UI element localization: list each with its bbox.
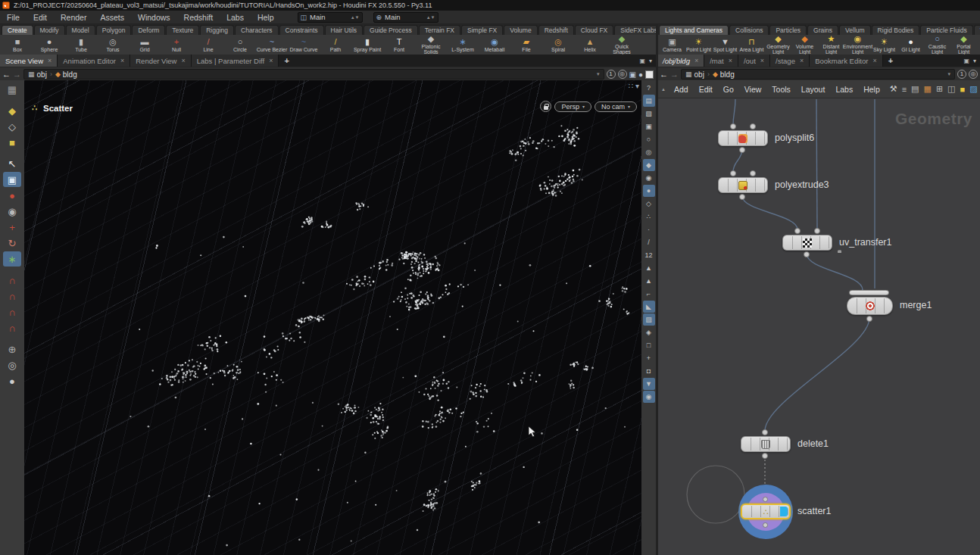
export-view-icon[interactable]: ▧ <box>643 108 655 120</box>
grid-snap-icon[interactable]: ⊞ <box>936 84 943 94</box>
pane-caret-icon[interactable]: ▾ <box>635 82 639 90</box>
shelf-tab-characters[interactable]: Characters <box>235 25 279 35</box>
snapshot-target-icon[interactable]: ◎ <box>618 70 627 79</box>
shelf-tool-path[interactable]: /Path <box>320 38 351 52</box>
shelf-tool-camera[interactable]: ▣Camera <box>659 38 685 52</box>
select-geometry-icon[interactable]: ● <box>3 188 21 203</box>
shelf-tab-particles[interactable]: Particles <box>769 25 807 35</box>
shelf-tool-spiral[interactable]: ◎Spiral <box>542 38 574 52</box>
pane-menu-caret-icon[interactable]: ▾ <box>649 58 652 64</box>
path-segment-obj[interactable]: ▦obj <box>685 70 704 79</box>
network-menu-add[interactable]: Add <box>669 85 694 94</box>
prim-normals-icon[interactable]: ▲ <box>643 262 655 274</box>
pane-windows-icon[interactable]: ◫ <box>947 84 955 94</box>
path-field[interactable]: ▦obj›◆bldg▾ <box>23 69 604 80</box>
close-icon[interactable]: × <box>760 57 764 64</box>
close-icon[interactable]: × <box>729 57 732 64</box>
xray-icon[interactable]: ◇ <box>643 198 655 210</box>
shelf-tab-volume[interactable]: Volume <box>504 25 537 35</box>
node-connector-dot[interactable] <box>763 454 768 459</box>
new-pane-tab-button[interactable]: + <box>883 55 898 67</box>
network-menu-labs[interactable]: Labs <box>830 85 858 94</box>
scene-viewport[interactable]: ∴ Scatter Persp▾ No cam▾ ∷▾ <box>24 80 641 555</box>
network-menu-view[interactable]: View <box>739 85 767 94</box>
node-body[interactable] <box>741 436 791 452</box>
snap-primitive-icon[interactable]: ∩ <box>3 288 21 304</box>
node-connector-dot[interactable] <box>795 229 801 234</box>
nav-back-icon[interactable]: ← <box>660 70 668 79</box>
menu-render[interactable]: Render <box>54 13 93 22</box>
node-wire[interactable] <box>742 196 797 229</box>
link-badge[interactable]: 1 <box>957 70 966 79</box>
node-wire[interactable] <box>807 254 863 290</box>
close-icon[interactable]: × <box>269 57 273 64</box>
shelf-tab-terrain-fx[interactable]: Terrain FX <box>419 25 460 35</box>
show-guides-icon[interactable]: □ <box>643 339 655 351</box>
node-connector-dot[interactable] <box>740 148 745 153</box>
node-connector-dot[interactable] <box>763 430 768 435</box>
close-icon[interactable]: × <box>872 57 876 64</box>
shelf-tab-redshift[interactable]: Redshift <box>538 25 574 35</box>
show-collections-icon[interactable]: ◇ <box>3 119 21 134</box>
node-connector-dot[interactable] <box>731 124 736 129</box>
profile-curves-icon[interactable]: ⌐ <box>643 288 655 300</box>
shelf-tool-platonic-solids[interactable]: ◆Platonic Solids <box>415 35 447 55</box>
menu-file[interactable]: File <box>0 13 27 22</box>
shelf-tab-particle-fluids[interactable]: Particle Fluids <box>920 25 972 35</box>
shelf-tool-geometry-light[interactable]: ◆Geometry Light <box>765 35 791 55</box>
shelf-tab-constraints[interactable]: Constraints <box>279 25 324 35</box>
network-menu-tools[interactable]: Tools <box>766 85 796 94</box>
list-view-icon[interactable]: ▤ <box>911 84 919 94</box>
shelf-tool-draw-curve[interactable]: ~Draw Curve <box>288 38 320 52</box>
node-polysplit6[interactable]: polysplit6 <box>718 130 768 146</box>
flipbook-icon[interactable]: ● <box>3 373 21 388</box>
camera-menu-button[interactable]: No cam▾ <box>595 101 637 112</box>
prim-numbers-icon[interactable]: ▲ <box>643 275 655 287</box>
shelf-tool-curve-bezier[interactable]: ~Curve Bezier <box>256 38 288 52</box>
shelf-tab-sidefx-labs[interactable]: SideFX Labs <box>614 25 656 35</box>
visualizers-icon[interactable]: ▼ <box>643 378 655 390</box>
close-icon[interactable]: × <box>120 57 124 64</box>
shelf-tab-viscous-fluids[interactable]: Viscous Fluids <box>974 25 980 35</box>
node-wire[interactable] <box>765 318 869 431</box>
pin-view-icon[interactable]: ◉ <box>643 391 655 403</box>
pane-handle-icon[interactable]: ▦ <box>3 82 21 97</box>
pose-tool-icon[interactable]: ∗ <box>3 251 21 267</box>
secure-selection-icon[interactable]: ▣ <box>3 172 21 187</box>
desktop-selector[interactable]: ◫ Main ▲▼ <box>298 12 363 23</box>
network-menu-go[interactable]: Go <box>718 85 739 94</box>
geometry-display-icon[interactable]: ▣ <box>629 70 636 79</box>
shelf-tab-modify[interactable]: Modify <box>34 25 65 35</box>
shelf-tool-l-system[interactable]: ∗L-System <box>447 38 479 52</box>
shelf-tab-grains[interactable]: Grains <box>807 25 838 35</box>
shelf-tool-caustic-light[interactable]: ○Caustic Light <box>924 35 950 55</box>
shelf-tab-rigging[interactable]: Rigging <box>200 25 234 35</box>
node-scatter1[interactable]: ∴scatter1 <box>741 504 791 519</box>
shelf-tab-hair-utils[interactable]: Hair Utils <box>325 25 363 35</box>
wireframe-shaded-icon[interactable]: ▨ <box>643 313 655 326</box>
center-view-icon[interactable]: ◘ <box>643 365 655 377</box>
point-markers-icon[interactable]: · <box>643 223 655 235</box>
pane-tab-labs-parameter-diff[interactable]: Labs | Parameter Diff× <box>192 55 279 67</box>
shelf-tab-create[interactable]: Create <box>2 25 33 35</box>
node-connector-dot[interactable] <box>763 522 768 528</box>
camera-lock-button[interactable] <box>540 101 551 112</box>
pane-tab-stage[interactable]: /stage× <box>770 55 810 67</box>
pane-split-icon[interactable]: ∷ <box>629 82 633 90</box>
network-canvas[interactable]: Geometry polysplit6polyextrude3uv_transf… <box>658 99 980 555</box>
snap-grid-icon[interactable]: ∩ <box>3 273 21 288</box>
node-body[interactable] <box>718 130 768 146</box>
shelf-tab-simple-fx[interactable]: Simple FX <box>461 25 503 35</box>
pane-maximize-icon[interactable]: ▣ <box>963 58 969 64</box>
menu-labs[interactable]: Labs <box>220 13 251 22</box>
group-colors-icon[interactable]: ◈ <box>643 326 655 338</box>
menu-help[interactable]: Help <box>251 13 281 22</box>
shelf-tool-portal-light[interactable]: ◆Portal Light <box>950 35 977 55</box>
perspective-menu-button[interactable]: Persp▾ <box>554 101 591 112</box>
link-badge[interactable]: 1 <box>607 70 616 79</box>
shelf-tab-texture[interactable]: Texture <box>166 25 199 35</box>
shelf-tool-file[interactable]: ▰File <box>510 38 542 52</box>
shelf-tool-sky-light[interactable]: ☀Sky Light <box>871 38 897 52</box>
node-connector-dot[interactable] <box>763 497 768 502</box>
tree-view-icon[interactable]: ≡ <box>902 85 907 94</box>
